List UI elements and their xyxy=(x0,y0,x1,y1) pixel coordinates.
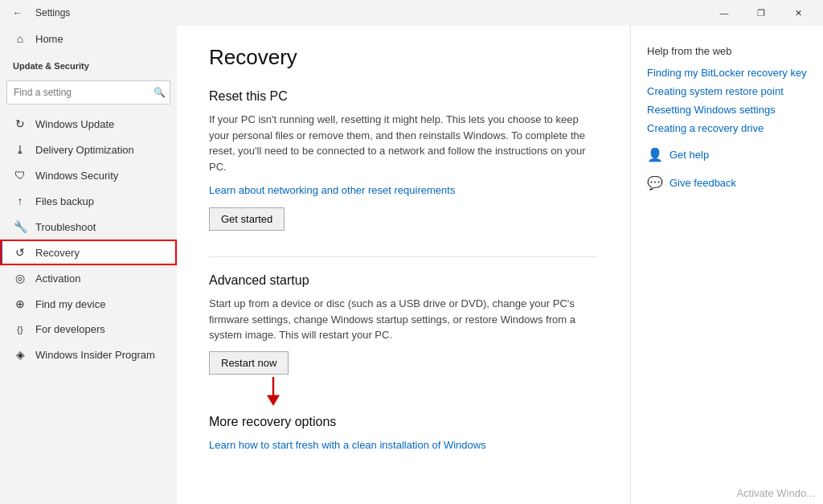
back-button[interactable]: ← xyxy=(6,2,29,24)
sidebar-label-for-developers: For developers xyxy=(35,323,105,335)
arrow-annotation xyxy=(249,374,297,406)
windows-insider-icon: ◈ xyxy=(13,348,27,361)
titlebar: ← Settings — ❐ ✕ xyxy=(0,0,823,26)
sidebar-item-troubleshoot[interactable]: 🔧 Troubleshoot xyxy=(0,214,177,240)
help-link-bitlocker[interactable]: Finding my BitLocker recovery key xyxy=(647,67,807,79)
svg-marker-1 xyxy=(267,395,280,406)
help-link-restore[interactable]: Creating system restore point xyxy=(647,85,807,97)
get-help-label: Get help xyxy=(669,149,709,161)
more-section-title: More recovery options xyxy=(209,415,598,429)
home-icon: ⌂ xyxy=(13,32,27,45)
sidebar-label-windows-security: Windows Security xyxy=(35,170,118,182)
sidebar-label-find-my-device: Find my device xyxy=(35,298,105,310)
get-help-action[interactable]: 👤 Get help xyxy=(647,147,807,162)
sidebar-item-find-my-device[interactable]: ⊕ Find my device xyxy=(0,291,177,317)
titlebar-controls: — ❐ ✕ xyxy=(706,0,817,26)
give-feedback-label: Give feedback xyxy=(669,177,736,189)
page-title: Recovery xyxy=(209,45,598,70)
more-section-link[interactable]: Learn how to start fresh with a clean in… xyxy=(209,439,486,451)
more-section: More recovery options Learn how to start… xyxy=(209,415,598,462)
help-title: Help from the web xyxy=(647,45,807,57)
reset-learn-link[interactable]: Learn about networking and other reset r… xyxy=(209,184,455,196)
reset-section-description: If your PC isn't running well, resetting… xyxy=(209,112,598,174)
give-feedback-action[interactable]: 💬 Give feedback xyxy=(647,175,807,191)
divider-1 xyxy=(209,256,598,257)
get-started-button[interactable]: Get started xyxy=(209,207,285,231)
for-developers-icon: {} xyxy=(13,325,27,334)
sidebar-item-files-backup[interactable]: ↑ Files backup xyxy=(0,188,177,214)
windows-update-icon: ↻ xyxy=(13,117,27,130)
restart-container: Restart now xyxy=(209,351,289,375)
close-button[interactable]: ✕ xyxy=(780,0,817,26)
sidebar-item-windows-security[interactable]: 🛡 Windows Security xyxy=(0,162,177,188)
sidebar-label-windows-update: Windows Update xyxy=(35,118,114,130)
sidebar-item-delivery-optimization[interactable]: ⤓ Delivery Optimization xyxy=(0,137,177,162)
delivery-optimization-icon: ⤓ xyxy=(13,143,27,156)
sidebar-label-activation: Activation xyxy=(35,272,80,285)
sidebar-item-windows-insider[interactable]: ◈ Windows Insider Program xyxy=(0,342,177,367)
sidebar-section-title: Update & Security xyxy=(0,51,177,77)
find-my-device-icon: ⊕ xyxy=(13,297,27,310)
help-link-recovery-drive[interactable]: Creating a recovery drive xyxy=(647,122,807,134)
sidebar-label-home: Home xyxy=(35,33,63,45)
activate-watermark: Activate Windo... xyxy=(736,487,815,499)
titlebar-title: Settings xyxy=(35,7,70,18)
help-link-resetting[interactable]: Resetting Windows settings xyxy=(647,104,807,116)
sidebar-item-recovery[interactable]: ↺ Recovery xyxy=(0,240,177,265)
app-body: ⌂ Home Update & Security 🔍 ↻ Windows Upd… xyxy=(0,26,823,504)
sidebar-item-home[interactable]: ⌂ Home xyxy=(0,26,177,51)
sidebar-item-for-developers[interactable]: {} For developers xyxy=(0,317,177,342)
sidebar-label-troubleshoot: Troubleshoot xyxy=(35,221,96,233)
restore-button[interactable]: ❐ xyxy=(743,0,780,26)
titlebar-left: ← Settings xyxy=(6,2,70,24)
advanced-section-title: Advanced startup xyxy=(209,273,598,288)
search-input[interactable] xyxy=(6,80,170,104)
right-panel: Help from the web Finding my BitLocker r… xyxy=(630,26,823,504)
search-box: 🔍 xyxy=(6,80,170,104)
activation-icon: ◎ xyxy=(13,272,27,285)
main-content: Recovery Reset this PC If your PC isn't … xyxy=(177,26,630,504)
sidebar-item-activation[interactable]: ◎ Activation xyxy=(0,265,177,291)
sidebar-item-windows-update[interactable]: ↻ Windows Update xyxy=(0,111,177,137)
recovery-icon: ↺ xyxy=(13,246,27,259)
sidebar-label-recovery: Recovery xyxy=(35,247,80,259)
minimize-button[interactable]: — xyxy=(706,0,743,26)
give-feedback-icon: 💬 xyxy=(647,175,663,191)
sidebar-label-windows-insider: Windows Insider Program xyxy=(35,349,155,361)
get-help-icon: 👤 xyxy=(647,147,663,162)
files-backup-icon: ↑ xyxy=(13,195,27,207)
advanced-section-description: Start up from a device or disc (such as … xyxy=(209,296,598,343)
windows-security-icon: 🛡 xyxy=(13,169,27,182)
sidebar-label-delivery-optimization: Delivery Optimization xyxy=(35,144,134,156)
sidebar-label-files-backup: Files backup xyxy=(35,195,94,207)
troubleshoot-icon: 🔧 xyxy=(13,220,27,233)
restart-now-button[interactable]: Restart now xyxy=(209,351,289,375)
reset-section-title: Reset this PC xyxy=(209,89,598,104)
sidebar: ⌂ Home Update & Security 🔍 ↻ Windows Upd… xyxy=(0,26,177,504)
